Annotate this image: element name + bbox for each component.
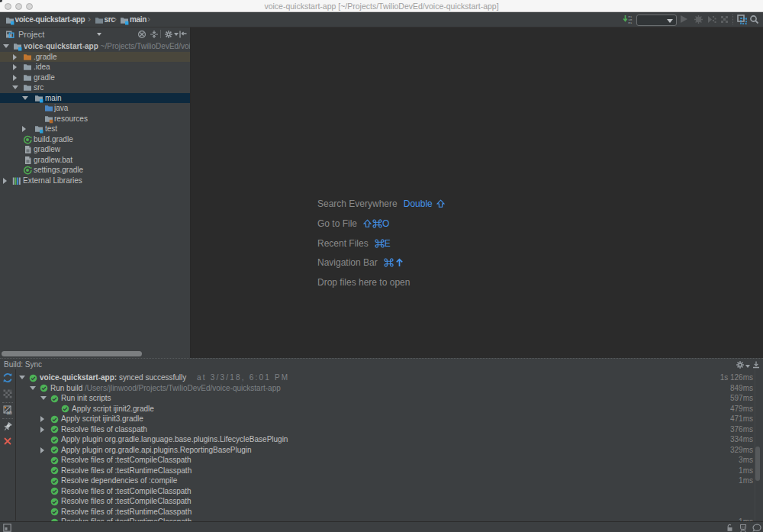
svg-text:01: 01 bbox=[628, 21, 633, 24]
